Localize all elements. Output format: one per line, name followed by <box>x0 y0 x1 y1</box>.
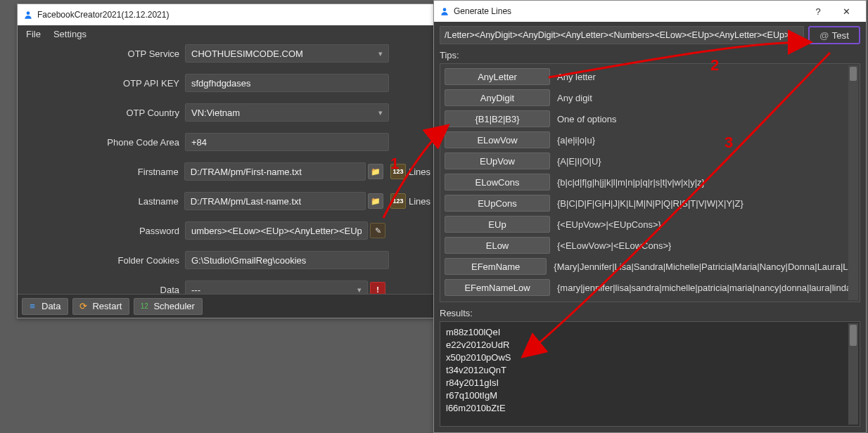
form-area: OTP Service CHOTHUESIMCODE.COM OTP API K… <box>18 42 433 294</box>
tip-button-efemname[interactable]: EFemName <box>445 258 547 275</box>
app-icon <box>23 10 33 20</box>
window-title: FacebookCreator2021(12.12.2021) <box>37 10 169 20</box>
data-value: --- <box>191 285 200 295</box>
tip-button-anydigit[interactable]: AnyDigit <box>445 89 550 106</box>
titlebar[interactable]: FacebookCreator2021(12.12.2021) <box>18 4 433 25</box>
tips-label: Tips: <box>440 50 860 60</box>
otp-service-select[interactable]: CHOTHUESIMCODE.COM <box>185 44 389 63</box>
restart-button-label: Restart <box>92 301 122 311</box>
phone-code-label: Phone Code Area <box>18 137 185 148</box>
tip-button-eupvow[interactable]: EUpVow <box>445 153 550 169</box>
tip-row: ELowVow{a|e|i|o|u} <box>445 131 855 148</box>
tip-button-eupcons[interactable]: EUpCons <box>445 195 550 212</box>
otp-api-key-input[interactable] <box>185 74 389 92</box>
tip-description: One of options <box>557 114 617 124</box>
titlebar[interactable]: Generate Lines ? ✕ <box>434 1 866 22</box>
test-button-label: Test <box>832 30 849 41</box>
tip-button-eup[interactable]: EUp <box>445 216 550 233</box>
tip-button-efemnamelow[interactable]: EFemNameLow <box>445 279 550 296</box>
results-box[interactable]: m88z100lQeIe22v2012oUdRx50p2010pOwSt34v2… <box>440 321 860 427</box>
scheduler-button-label: Scheduler <box>153 301 195 311</box>
at-icon: @ <box>819 30 829 41</box>
numbers-icon: 123 <box>392 168 403 175</box>
edit-password-button[interactable]: ✎ <box>370 223 385 238</box>
result-line: e22v2012oUdR <box>446 339 854 351</box>
calendar-icon: 12 <box>139 301 150 312</box>
help-button[interactable]: ? <box>804 1 832 21</box>
tips-scrollbar[interactable] <box>848 65 858 300</box>
folder-icon: 📁 <box>371 167 381 176</box>
formula-input[interactable]: /Letter><AnyDigit><AnyDigit><AnyLetter><… <box>440 26 804 44</box>
result-line: r84y2011gIsI <box>446 377 854 389</box>
app-icon <box>440 6 449 16</box>
close-button[interactable]: ✕ <box>832 1 860 21</box>
tip-row: AnyLetterAny letter <box>445 68 855 85</box>
menu-settings[interactable]: Settings <box>49 27 91 41</box>
folder-cookies-label: Folder Cookies <box>18 255 185 266</box>
scrollbar-thumb[interactable] <box>850 325 857 346</box>
tip-description: {b|c|d|f|g|h|j|k|l|m|n|p|q|r|s|t|v|w|x|y… <box>557 177 705 188</box>
data-select[interactable]: --- <box>185 280 368 294</box>
tip-description: {A|E|I|O|U} <box>557 156 601 167</box>
tip-row: EUpVow{A|E|I|O|U} <box>445 153 855 169</box>
tips-panel: AnyLetterAny letterAnyDigitAny digit{B1|… <box>440 63 860 302</box>
otp-service-label: OTP Service <box>18 49 185 59</box>
tip-description: {Mary|Jennifer|Lisa|Sandra|Michelle|Patr… <box>554 261 855 272</box>
otp-country-label: OTP Country <box>18 108 185 118</box>
data-button-label: Data <box>42 301 60 311</box>
tip-description: {mary|jennifer|lisa|sandra|michelle|patr… <box>557 283 851 293</box>
svg-point-0 <box>27 11 30 15</box>
tip-button-anyletter[interactable]: AnyLetter <box>445 68 550 85</box>
tip-description: Any letter <box>557 72 596 82</box>
tip-button-elowvow[interactable]: ELowVow <box>445 131 550 148</box>
menubar: File Settings <box>18 25 433 42</box>
lastname-label: Lastname <box>18 196 184 207</box>
phone-code-input[interactable] <box>185 133 389 151</box>
tip-button-b1b2b3[interactable]: {B1|B2|B3} <box>445 110 550 127</box>
folder-cookies-input[interactable] <box>185 251 389 269</box>
test-button[interactable]: @ Test <box>808 26 860 44</box>
tip-description: {a|e|i|o|u} <box>557 135 595 146</box>
tip-row: EFemName{Mary|Jennifer|Lisa|Sandra|Miche… <box>445 258 855 275</box>
svg-point-1 <box>443 8 447 11</box>
firstname-input[interactable] <box>184 162 366 181</box>
lastname-input[interactable] <box>184 192 366 210</box>
lastname-lines-label: Lines <box>409 196 430 207</box>
scrollbar-thumb[interactable] <box>850 67 857 81</box>
otp-service-value: CHOTHUESIMCODE.COM <box>191 49 303 59</box>
menu-file[interactable]: File <box>22 27 45 41</box>
numbers-icon: 123 <box>392 198 403 205</box>
data-label: Data <box>18 285 185 295</box>
tip-description: Any digit <box>557 93 592 103</box>
firstname-lines-label: Lines <box>409 167 430 177</box>
tip-button-elowcons[interactable]: ELowCons <box>445 174 550 190</box>
otp-country-select[interactable]: VN:Vietnam <box>185 103 389 122</box>
data-warning-button[interactable]: ! <box>370 282 385 294</box>
result-line: r67q100tIgM <box>446 389 854 402</box>
lines-firstname-button[interactable]: 123 <box>390 164 406 179</box>
tip-row: ELowCons{b|c|d|f|g|h|j|k|l|m|n|p|q|r|s|t… <box>445 174 855 190</box>
tip-row: ELow{<ELowVow>|<ELowCons>} <box>445 237 855 254</box>
results-scrollbar[interactable] <box>848 323 858 425</box>
browse-lastname-button[interactable]: 📁 <box>368 193 383 209</box>
tip-button-elow[interactable]: ELow <box>445 237 550 254</box>
pencil-icon: ✎ <box>375 226 381 235</box>
restart-button[interactable]: ⟳ Restart <box>72 298 129 315</box>
browse-firstname-button[interactable]: 📁 <box>368 164 383 179</box>
window-title: Generate Lines <box>454 6 511 16</box>
otp-country-value: VN:Vietnam <box>191 108 240 118</box>
tip-row: AnyDigitAny digit <box>445 89 855 106</box>
result-line: m88z100lQeI <box>446 326 854 339</box>
folder-icon: 📁 <box>371 197 381 206</box>
result-line: t34v2012uQnT <box>446 364 854 377</box>
password-input[interactable] <box>185 221 368 240</box>
firstname-label: Firstname <box>18 167 184 177</box>
data-button[interactable]: ≡ Data <box>22 298 68 315</box>
tip-row: EUp{<EUpVow>|<EUpCons>} <box>445 216 855 233</box>
scheduler-button[interactable]: 12 Scheduler <box>134 298 203 315</box>
otp-api-key-label: OTP API KEY <box>18 78 185 89</box>
tip-description: {<EUpVow>|<EUpCons>} <box>557 219 661 230</box>
lines-lastname-button[interactable]: 123 <box>390 193 406 209</box>
restart-icon: ⟳ <box>77 301 89 312</box>
password-label: Password <box>18 226 185 236</box>
